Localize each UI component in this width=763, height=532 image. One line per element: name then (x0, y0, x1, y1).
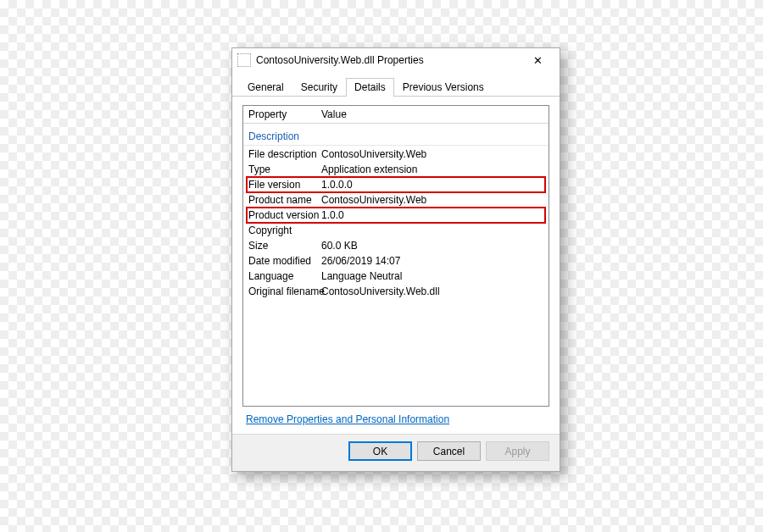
value-size: 60.0 KB (321, 239, 543, 252)
label-copyright: Copyright (248, 224, 321, 237)
value-date-modified: 26/06/2019 14:07 (321, 254, 543, 268)
cancel-button[interactable]: Cancel (417, 441, 481, 461)
row-copyright[interactable]: Copyright (247, 223, 545, 238)
value-product-version: 1.0.0 (321, 208, 543, 222)
label-product-name: Product name (248, 193, 321, 207)
row-product-version[interactable]: Product version 1.0.0 (247, 208, 545, 223)
button-bar: OK Cancel Apply (232, 434, 560, 471)
value-copyright (321, 224, 543, 237)
property-list[interactable]: Property Value Description File descript… (242, 105, 549, 407)
close-icon: ✕ (533, 54, 543, 67)
label-file-version: File version (248, 178, 321, 191)
tab-previous-versions[interactable]: Previous Versions (394, 78, 493, 97)
tab-general[interactable]: General (239, 78, 292, 97)
row-product-name[interactable]: Product name ContosoUniversity.Web (247, 192, 545, 208)
row-language[interactable]: Language Language Neutral (247, 269, 545, 284)
row-original-filename[interactable]: Original filename ContosoUniversity.Web.… (247, 284, 545, 299)
file-icon (237, 53, 251, 67)
label-language: Language (248, 269, 321, 283)
properties-dialog: ContosoUniversity.Web.dll Properties ✕ G… (231, 47, 560, 472)
value-original-filename: ContosoUniversity.Web.dll (321, 285, 543, 298)
tab-strip: General Security Details Previous Versio… (232, 72, 560, 97)
tab-security[interactable]: Security (292, 78, 346, 97)
value-language: Language Neutral (321, 269, 543, 283)
row-date-modified[interactable]: Date modified 26/06/2019 14:07 (247, 253, 545, 269)
tab-details[interactable]: Details (346, 78, 394, 97)
ok-button[interactable]: OK (348, 441, 412, 461)
label-file-description: File description (248, 147, 321, 161)
row-file-version[interactable]: File version 1.0.0.0 (247, 177, 545, 192)
titlebar: ContosoUniversity.Web.dll Properties ✕ (232, 48, 560, 72)
value-file-version: 1.0.0.0 (321, 178, 543, 191)
apply-button[interactable]: Apply (486, 441, 549, 461)
label-product-version: Product version (248, 208, 321, 222)
window-title: ContosoUniversity.Web.dll Properties (256, 54, 521, 66)
label-date-modified: Date modified (248, 254, 321, 268)
tab-content: Property Value Description File descript… (232, 97, 560, 434)
value-type: Application extension (321, 163, 543, 176)
row-size[interactable]: Size 60.0 KB (247, 238, 545, 253)
close-button[interactable]: ✕ (521, 50, 554, 70)
label-type: Type (248, 163, 321, 176)
link-row: Remove Properties and Personal Informati… (242, 407, 549, 429)
value-product-name: ContosoUniversity.Web (321, 193, 543, 207)
label-original-filename: Original filename (248, 285, 321, 298)
section-description: Description (247, 127, 545, 143)
list-header: Property Value (243, 106, 549, 124)
row-file-description[interactable]: File description ContosoUniversity.Web (247, 147, 545, 162)
column-header-property: Property (248, 108, 321, 120)
value-file-description: ContosoUniversity.Web (321, 147, 543, 161)
remove-properties-link[interactable]: Remove Properties and Personal Informati… (246, 413, 449, 425)
column-header-value: Value (321, 108, 543, 120)
label-size: Size (248, 239, 321, 252)
row-type[interactable]: Type Application extension (247, 162, 545, 177)
